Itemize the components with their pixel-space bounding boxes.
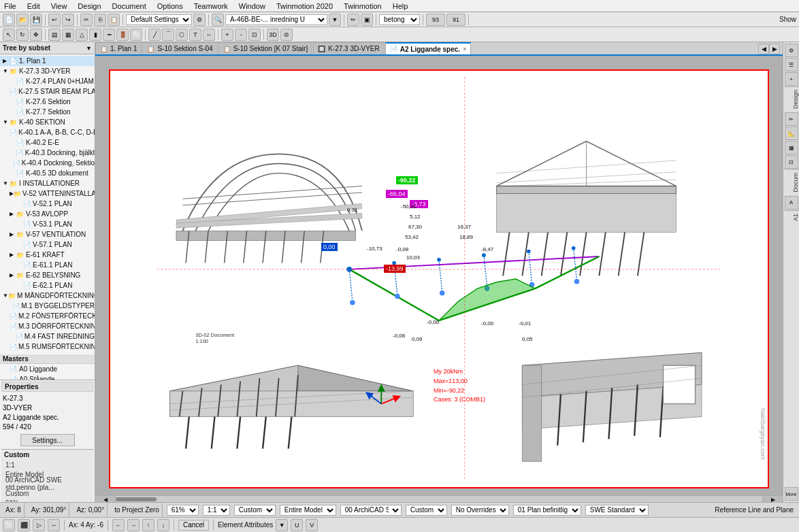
open-btn[interactable]: 📂 xyxy=(16,14,29,26)
bt-arrow2[interactable]: → xyxy=(127,519,140,531)
menu-window[interactable]: Window xyxy=(238,2,267,10)
tab-k273-3dvyer[interactable]: 🔲 K-27.3 3D-VYER xyxy=(313,42,385,54)
right-label-docum[interactable]: Docum xyxy=(784,169,799,195)
material-dropdown[interactable]: betong xyxy=(379,14,420,25)
pen-btn[interactable]: ✏ xyxy=(347,14,359,26)
door-tool[interactable]: 🚪 xyxy=(116,29,129,41)
tab-plan1[interactable]: 📋 1. Plan 1 xyxy=(95,42,142,54)
roof-tool[interactable]: △ xyxy=(76,29,88,41)
tree-item-v571[interactable]: 📄V-57.1 PLAN xyxy=(0,239,95,250)
bt-btn3[interactable]: ▷ xyxy=(33,519,45,531)
dim-tool[interactable]: ↔ xyxy=(203,29,215,41)
tree-area[interactable]: ▶📄1. Plan 1 ▼📁K-27.3 3D-VYER 📄K-27.4 PLA… xyxy=(0,54,95,380)
layer-icon[interactable]: ▼ xyxy=(329,14,341,26)
tree-item-k275[interactable]: 📄K-27.5 STAIR BEAM PLAN xyxy=(0,86,95,97)
tree-item-mmang[interactable]: ▼📁M MÄNGDFÖRTECKNING xyxy=(0,290,95,301)
masters-a0l[interactable]: 📄A0 Liggande xyxy=(0,364,95,374)
menu-teamwork[interactable]: Teamwork xyxy=(193,2,229,10)
layer-dropdown[interactable]: A-46B-BE-... inredning U xyxy=(225,14,327,25)
menu-view[interactable]: View xyxy=(50,2,69,10)
bt-btn4[interactable]: ↔ xyxy=(48,519,60,531)
tab-a2-liggande[interactable]: 📄 A2 Liggande spec. × xyxy=(385,42,472,54)
tab-nav-right[interactable]: ▶ xyxy=(769,44,780,54)
bt-arrow3[interactable]: ↑ xyxy=(142,519,154,531)
select-tool[interactable]: ↖ xyxy=(3,29,15,41)
right-label-a1[interactable]: A1 xyxy=(784,210,799,224)
bt-btn2[interactable]: ⬛ xyxy=(18,519,30,531)
default-settings-dropdown[interactable]: Default Settings xyxy=(126,14,192,25)
tab-a2-close[interactable]: × xyxy=(463,46,466,52)
beam-tool[interactable]: ━ xyxy=(103,29,115,41)
right-btn-4[interactable]: ✏ xyxy=(785,112,798,126)
bt-u-btn[interactable]: U xyxy=(291,519,303,531)
paste-btn[interactable]: 📋 xyxy=(108,14,120,26)
zoom-in-tool[interactable]: + xyxy=(221,29,233,41)
move-tool[interactable]: ✥ xyxy=(30,29,42,41)
status-custom2-dropdown[interactable]: Custom xyxy=(406,505,447,516)
status-overrides-dropdown[interactable]: No Overrides xyxy=(451,505,509,516)
tree-item-k404[interactable]: 📄K-40.4 Dockning, Sektio xyxy=(0,158,95,168)
cancel-button[interactable]: Cancel xyxy=(178,520,209,531)
menu-help[interactable]: Help xyxy=(391,2,410,10)
tree-item-k40[interactable]: ▼📁K-40 SEKTION xyxy=(0,117,95,127)
section-tool[interactable]: ⊘ xyxy=(280,29,293,41)
settings-icon[interactable]: ⚙ xyxy=(193,14,206,26)
tree-item-k273[interactable]: ▼📁K-27.3 3D-VYER xyxy=(0,66,95,76)
fill-btn[interactable]: ▣ xyxy=(361,14,373,26)
tree-item-v531[interactable]: 📄V-53.1 PLAN xyxy=(0,219,95,229)
tree-item-e61[interactable]: ▶📁E-61 KRAFT xyxy=(0,250,95,260)
bt-arrow1[interactable]: ← xyxy=(112,519,125,531)
line-tool[interactable]: ╱ xyxy=(148,29,161,41)
tree-item-k277[interactable]: 📄K-27.7 Sektion xyxy=(0,107,95,117)
bt-arrow4[interactable]: ↓ xyxy=(157,519,169,531)
tree-item-k402[interactable]: 📄K-40.2 E-E xyxy=(0,137,95,148)
tree-item-m4[interactable]: 📄M.4 FAST INREDNING xyxy=(0,331,95,342)
tree-item-v52[interactable]: ▶📁V-52 VATTENINSTALLATION xyxy=(0,188,95,199)
save-btn[interactable]: 💾 xyxy=(30,14,42,26)
canvas-area[interactable]: 3D-02 Document 1:100 -90,22 -66,04 -3,73… xyxy=(95,56,783,495)
tree-header-icon[interactable]: ▼ xyxy=(86,45,92,52)
bt-btn1[interactable]: ⬜ xyxy=(3,519,15,531)
tree-item-m5[interactable]: 📄M.5 RUMSFÖRTECKNING xyxy=(0,342,95,352)
new-btn[interactable]: 📄 xyxy=(3,14,15,26)
status-model-dropdown[interactable]: Entire Model xyxy=(280,505,336,516)
undo-btn[interactable]: ↩ xyxy=(48,14,61,26)
bt-v-btn[interactable]: V xyxy=(306,519,318,531)
cut-btn[interactable]: ✂ xyxy=(80,14,93,26)
text-tool[interactable]: T xyxy=(189,29,201,41)
bt-elem-attr-btn[interactable]: ▼ xyxy=(276,519,288,531)
right-btn-8[interactable]: A xyxy=(785,196,798,210)
tree-item-k274[interactable]: 📄K-27.4 PLAN 0+HJÄM xyxy=(0,76,95,86)
tree-item-e62[interactable]: ▶📁E-62 BELYSNING xyxy=(0,270,95,280)
status-zoom-dropdown[interactable]: 61% xyxy=(167,505,199,516)
h-scrollbar[interactable]: ◀ ▶ xyxy=(95,495,783,502)
tree-item-e611[interactable]: 📄E-61.1 PLAN xyxy=(0,260,95,270)
hscroll-left[interactable]: ◀ xyxy=(95,496,116,502)
zoom-out-tool[interactable]: - xyxy=(235,29,247,41)
status-penset-dropdown[interactable]: 00 ArchiCAD SWE s... xyxy=(340,505,402,516)
tree-item-inst[interactable]: ▼📁I INSTALLATIONER xyxy=(0,178,95,188)
menu-edit[interactable]: Edit xyxy=(26,2,42,10)
tree-item-k276[interactable]: 📄K-27.6 Sektion xyxy=(0,97,95,107)
menu-file[interactable]: File xyxy=(3,2,18,10)
menu-twinmotion2020[interactable]: Twinmotion 2020 xyxy=(275,2,334,10)
zoom-btn[interactable]: 🔍 xyxy=(212,14,224,26)
rotate-tool[interactable]: ↻ xyxy=(16,29,29,41)
status-custom-dropdown[interactable]: Custom xyxy=(234,505,276,516)
tab-sektion-s04[interactable]: 📋 S-10 Sektion S-04 xyxy=(142,42,217,54)
right-btn-1[interactable]: ⚙ xyxy=(785,44,798,57)
hscroll-right[interactable]: ▶ xyxy=(762,496,783,502)
tree-item-v57[interactable]: ▶📁V-57 VENTILATION xyxy=(0,229,95,239)
menu-design[interactable]: Design xyxy=(76,2,102,10)
tree-item-k403[interactable]: 📄K-40.3 Dockning, bjälkl xyxy=(0,148,95,158)
copy-btn[interactable]: ⎘ xyxy=(94,14,106,26)
tab-nav-left[interactable]: ◀ xyxy=(758,44,769,54)
right-label-design[interactable]: Design xyxy=(784,86,799,112)
hscroll-thumb[interactable] xyxy=(116,497,157,501)
status-standard-dropdown[interactable]: SWE Standard xyxy=(585,505,649,516)
tree-item-k405[interactable]: 📄K-40.5 3D dokument xyxy=(0,168,95,178)
settings-button[interactable]: Settings... xyxy=(20,434,75,446)
redo-btn[interactable]: ↪ xyxy=(62,14,74,26)
column-tool[interactable]: ▮ xyxy=(89,29,101,41)
slab-tool[interactable]: ▦ xyxy=(62,29,74,41)
